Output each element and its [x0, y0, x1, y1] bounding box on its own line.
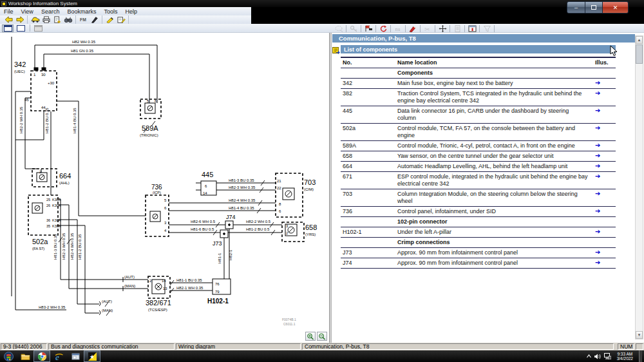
diagram-label: H82-6 WH 0.5 [191, 220, 216, 224]
illustration-link[interactable]: ➔ [595, 142, 600, 149]
menu-item-file[interactable]: File [0, 7, 17, 15]
diagram-label: H82-4 WH 0.35 [229, 198, 256, 202]
tray-expand-icon[interactable] [587, 354, 591, 358]
clock-time: 9:33 AM [617, 352, 633, 356]
zoom-out-button[interactable] [317, 332, 327, 341]
diagram-label: 22 [277, 186, 281, 190]
vehicle-icon[interactable] [30, 16, 41, 24]
page-icon [452, 24, 462, 32]
list-of-components-header[interactable]: List of components [341, 45, 616, 53]
scissors-icon: ✂ [422, 24, 433, 32]
zoom-in-button[interactable] [305, 332, 316, 341]
nu-icon: nu [393, 24, 403, 32]
diagram-label: H82-4 WH 0.35 [70, 233, 74, 260]
table-row: 445 Data link connector 16 pin, CARB und… [341, 106, 616, 124]
diagram-label: J74 [226, 214, 236, 220]
illustration-link[interactable]: ➔ [595, 228, 600, 235]
menu-item-tools[interactable]: Tools [100, 7, 121, 15]
diagram-label: H81-4 BU 0.35 [229, 206, 254, 210]
status-segment: Wiring diagram [176, 343, 301, 350]
window-view-2-icon[interactable] [15, 24, 26, 32]
component-no: 658 [341, 153, 397, 159]
table-row: H102-1 Under the left A-pillar ➔ [341, 227, 616, 238]
edit-note-icon[interactable] [115, 16, 126, 24]
quill-icon[interactable] [89, 16, 100, 24]
illustration-link[interactable]: ➔ [595, 190, 600, 197]
illustration-link[interactable]: ➔ [595, 249, 600, 256]
new-document-icon[interactable] [52, 16, 62, 24]
chrome-taskbar-button[interactable] [33, 350, 50, 362]
illustration-link[interactable]: ➔ [595, 79, 600, 86]
diagram-label: (CIM) [304, 187, 314, 191]
component-location: Traction Control System, TCS integrated … [397, 90, 592, 104]
menu-item-search[interactable]: Search [37, 7, 64, 15]
component-location: Approx. 90 mm from infotainment control … [397, 260, 592, 267]
explorer-taskbar-button[interactable] [17, 350, 33, 362]
num-lock-indicator: NUM [618, 343, 634, 350]
wiring-diagram-pane[interactable]: 342(UEC)H82 WH 0.35H81 GN 0.35589A(TRION… [0, 33, 329, 343]
pen-red-icon[interactable] [408, 24, 418, 32]
separator [494, 25, 495, 32]
network-icon[interactable] [604, 353, 611, 359]
minimize-button[interactable]: – [567, 1, 585, 14]
component-location: ESP control module, integrated in the hy… [397, 173, 592, 187]
menu-item-bookmarks[interactable]: Bookmarks [63, 7, 100, 15]
svg-text:✂: ✂ [424, 25, 430, 32]
diagram-label: (AHL) [59, 181, 70, 185]
vertical-scrollbar[interactable]: ▲ ▼ [635, 35, 643, 339]
table-row: 342 Main fuse box, engine bay next to th… [341, 79, 616, 89]
fm-icon[interactable]: FM [78, 16, 89, 24]
close-button[interactable]: ✕ [603, 1, 629, 14]
refresh-red-icon[interactable] [378, 24, 388, 32]
window-marker-icon[interactable] [467, 24, 477, 32]
illustration-link[interactable]: ➔ [595, 124, 600, 131]
table-row: 703 Column Integration Module, on the st… [341, 189, 616, 207]
diagram-label: K38A [52, 198, 61, 202]
illustration-link[interactable]: ➔ [595, 259, 600, 266]
illustration-link[interactable]: ➔ [595, 90, 600, 97]
forward-icon[interactable] [14, 16, 25, 24]
table-row: J73 Approx. 90 mm from infotainment cont… [341, 248, 616, 258]
illustration-link[interactable]: ➔ [595, 152, 600, 159]
component-no: J73 [341, 249, 397, 256]
maximize-button[interactable] [585, 1, 603, 14]
print-icon[interactable] [41, 16, 52, 24]
wiring-diagram: 342(UEC)H82 WH 0.35H81 GN 0.35589A(TRION… [5, 37, 327, 328]
window-controls: – ✕ [567, 1, 629, 14]
scroll-down-arrow[interactable]: ▼ [636, 331, 643, 339]
component-list-icon[interactable] [332, 45, 340, 53]
status-segment: Bus and diagnostics communication [48, 343, 175, 350]
illustration-link[interactable]: ➔ [595, 173, 600, 180]
window-view-1-icon[interactable] [2, 24, 14, 32]
diagram-label: 2 [149, 279, 152, 283]
illustration-link[interactable]: ➔ [595, 107, 600, 114]
menu-item-view[interactable]: View [17, 7, 37, 15]
col-name-location: Name location [397, 59, 592, 66]
diagram-label: H82-2 WH 0.5 [246, 220, 271, 224]
table-section-row: Components [341, 68, 616, 79]
volume-icon[interactable] [594, 354, 601, 359]
diagram-label: (ICP) [153, 191, 161, 195]
illustration-link[interactable]: ➔ [595, 162, 600, 169]
clock-date: 3/4/2022 [617, 356, 633, 361]
binoculars-icon[interactable] [62, 16, 73, 24]
move-icon[interactable] [437, 24, 448, 32]
flags-icon[interactable] [363, 24, 374, 32]
scroll-up-arrow[interactable]: ▲ [636, 36, 643, 44]
diagram-label: 658 [305, 224, 317, 231]
internet-explorer-taskbar-button[interactable]: e [50, 350, 67, 362]
window-title: Workshop Information System [8, 1, 77, 6]
generic-window-taskbar-button[interactable] [67, 350, 84, 362]
wis-app-taskbar-button[interactable]: ★ [84, 350, 100, 362]
diagram-label: 664 [59, 172, 71, 180]
window-view-3-icon [32, 24, 44, 32]
highlighter-icon[interactable] [104, 16, 115, 24]
menu-item-help[interactable]: Help [121, 7, 141, 15]
component-no: 445 [341, 108, 397, 114]
taskbar-clock[interactable]: 9:33 AM 3/4/2022 [614, 352, 636, 361]
illustration-link[interactable]: ➔ [595, 207, 600, 214]
show-desktop-button[interactable] [639, 350, 642, 362]
start-taskbar-button[interactable] [0, 350, 17, 362]
scroll-thumb[interactable] [636, 44, 643, 64]
back-icon[interactable] [3, 16, 14, 24]
